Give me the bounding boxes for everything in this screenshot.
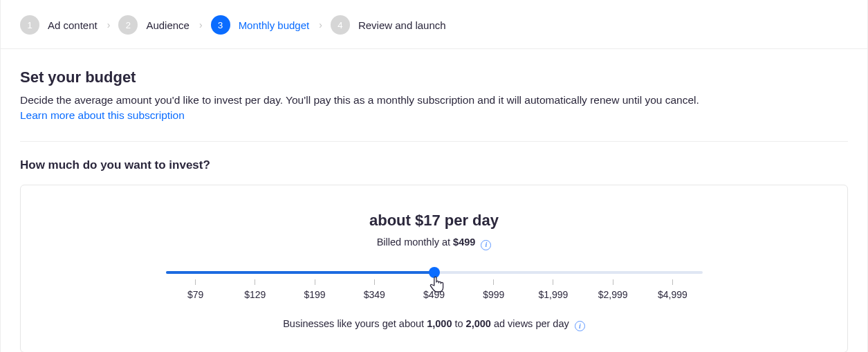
tick[interactable]: $999 bbox=[464, 279, 524, 300]
tick-mark bbox=[613, 279, 613, 285]
step-monthly-budget[interactable]: 3 Monthly budget › bbox=[211, 15, 322, 35]
invest-question: How much do you want to invest? bbox=[20, 158, 848, 172]
tick[interactable]: $499 bbox=[404, 279, 463, 300]
tick-mark bbox=[672, 279, 673, 285]
tick-label: $199 bbox=[304, 289, 325, 300]
step-review-launch[interactable]: 4 Review and launch bbox=[331, 15, 446, 35]
billed-amount: $499 bbox=[453, 237, 475, 248]
step-label: Review and launch bbox=[358, 19, 446, 31]
tick-label: $1,999 bbox=[539, 289, 569, 300]
stepper: 1 Ad content › 2 Audience › 3 Monthly bu… bbox=[1, 0, 867, 49]
tick-label: $79 bbox=[187, 289, 203, 300]
hint-low: 1,000 bbox=[427, 318, 452, 329]
chevron-right-icon: › bbox=[199, 19, 203, 30]
page-title: Set your budget bbox=[20, 68, 848, 86]
learn-more-link[interactable]: Learn more about this subscription bbox=[20, 109, 185, 122]
divider bbox=[20, 141, 848, 142]
hint-suffix: ad views per day bbox=[491, 318, 569, 329]
page-subtitle: Decide the average amount you'd like to … bbox=[20, 92, 848, 108]
step-number: 3 bbox=[211, 15, 230, 35]
info-icon[interactable]: i bbox=[481, 240, 491, 250]
tick-label: $349 bbox=[364, 289, 385, 300]
info-icon[interactable]: i bbox=[575, 321, 585, 331]
step-number: 1 bbox=[20, 15, 39, 35]
tick-mark bbox=[434, 279, 434, 285]
chevron-right-icon: › bbox=[107, 19, 111, 30]
tick-label: $2,999 bbox=[598, 289, 628, 300]
billed-prefix: Billed monthly at bbox=[377, 237, 453, 248]
slider-fill bbox=[166, 271, 434, 274]
step-audience[interactable]: 2 Audience › bbox=[118, 15, 202, 35]
content: Set your budget Decide the average amoun… bbox=[1, 49, 867, 352]
tick-mark bbox=[315, 279, 315, 285]
tick-label: $999 bbox=[483, 289, 504, 300]
budget-card: about $17 per day Billed monthly at $499… bbox=[20, 185, 848, 352]
tick[interactable]: $2,999 bbox=[583, 279, 643, 300]
tick-label: $129 bbox=[244, 289, 266, 300]
step-number: 4 bbox=[331, 15, 350, 35]
step-number: 2 bbox=[118, 15, 138, 35]
tick[interactable]: $129 bbox=[225, 279, 285, 300]
step-label: Monthly budget bbox=[239, 19, 310, 31]
step-ad-content[interactable]: 1 Ad content › bbox=[20, 15, 110, 35]
slider-thumb[interactable] bbox=[429, 267, 440, 278]
tick[interactable]: $1,999 bbox=[524, 279, 583, 300]
tick-mark bbox=[255, 279, 255, 285]
tick[interactable]: $79 bbox=[166, 279, 225, 300]
tick-mark bbox=[493, 279, 494, 285]
per-day-text: about $17 per day bbox=[41, 212, 827, 230]
tick-mark bbox=[374, 279, 375, 285]
tick-label: $4,999 bbox=[658, 289, 687, 300]
tick-label: $499 bbox=[423, 289, 445, 300]
tick[interactable]: $4,999 bbox=[643, 279, 702, 300]
tick-mark bbox=[195, 279, 196, 285]
step-label: Audience bbox=[146, 19, 190, 31]
step-label: Ad content bbox=[48, 19, 98, 31]
tick[interactable]: $199 bbox=[285, 279, 344, 300]
budget-slider[interactable]: $79 $129 $199 $349 $499 $999 $1,999 $2,9… bbox=[166, 271, 703, 300]
hint-high: 2,000 bbox=[466, 318, 491, 329]
hint-prefix: Businesses like yours get about bbox=[283, 318, 427, 329]
budget-page: 1 Ad content › 2 Audience › 3 Monthly bu… bbox=[0, 0, 868, 352]
hint-mid: to bbox=[452, 318, 465, 329]
chevron-right-icon: › bbox=[319, 19, 322, 30]
billed-text: Billed monthly at $499 i bbox=[41, 237, 827, 250]
tick-mark bbox=[553, 279, 553, 285]
ad-views-hint: Businesses like yours get about 1,000 to… bbox=[41, 318, 827, 332]
slider-ticks: $79 $129 $199 $349 $499 $999 $1,999 $2,9… bbox=[166, 279, 703, 300]
slider-track bbox=[166, 271, 703, 274]
tick[interactable]: $349 bbox=[344, 279, 404, 300]
